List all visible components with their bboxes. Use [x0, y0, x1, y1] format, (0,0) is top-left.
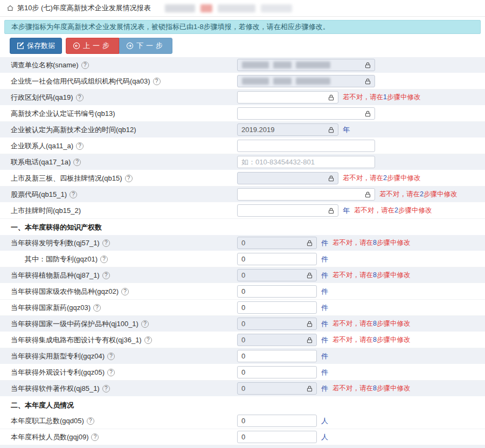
help-icon[interactable]: ? [100, 256, 108, 263]
field-label: 当年获得国家级农作物品种(gqz02) ? [11, 287, 237, 297]
form: 调查单位名称(sname) ? 企业统一社会信用代码或组织机构代码(qa03) … [0, 57, 485, 445]
field-label: 股票代码(qb15_1) ? [11, 190, 237, 199]
save-data-button[interactable]: 保存数据 [10, 38, 62, 54]
unit-label: 年 [343, 125, 350, 135]
field-label: 当年获得软件著作权(qj85_1) ? [11, 384, 237, 394]
section-header: 一、本年度获得的知识产权数 [0, 219, 485, 235]
field-input[interactable] [237, 415, 317, 427]
field-label: 当年获得国家新药(gqz03) ? [11, 303, 237, 313]
redacted-company-info [165, 4, 292, 12]
form-row: 当年获得集成电路布图设计专有权(qj36_1) ? 件 若不对，请在8步骤中修改 [0, 332, 485, 348]
field-input [237, 172, 338, 184]
field-input[interactable] [237, 188, 375, 201]
section-title: 一、本年度获得的知识产权数 [11, 223, 102, 232]
hint-text: 若不对，请在2步骤中修改 [343, 174, 420, 183]
input-wrapper [237, 431, 317, 443]
field-value-area: 件 [237, 285, 328, 298]
field-label-text: 上市挂牌时间(qb15_2) [11, 206, 81, 216]
input-wrapper [237, 334, 317, 346]
field-value-area: 件 [237, 253, 328, 265]
help-icon[interactable]: ? [102, 385, 110, 392]
help-icon[interactable]: ? [107, 353, 115, 360]
input-wrapper [237, 318, 317, 330]
field-input[interactable] [237, 350, 317, 362]
field-label-text: 联系电话(qa17_1a) [11, 157, 71, 167]
help-icon[interactable]: ? [87, 417, 94, 425]
field-input[interactable] [237, 107, 375, 120]
help-icon[interactable]: ? [153, 78, 161, 85]
unit-label: 件 [321, 351, 328, 361]
help-icon[interactable]: ? [81, 61, 89, 69]
field-value-area: 人 [237, 431, 328, 443]
field-input[interactable] [237, 431, 317, 443]
form-row: 上市挂牌时间(qb15_2) 年 若不对，请在2步骤中修改 [0, 203, 485, 219]
field-input[interactable] [237, 253, 317, 265]
field-input [237, 59, 375, 71]
lock-icon [306, 320, 313, 327]
field-label: 当年获得实用新型专利(gqz04) ? [11, 351, 237, 361]
help-icon[interactable]: ? [125, 175, 133, 182]
field-input[interactable] [237, 366, 317, 378]
lock-icon [306, 272, 313, 279]
form-row: 当年获得国家一级中药保护品种(qj100_1) ? 件 若不对，请在8步骤中修改 [0, 316, 485, 332]
field-input[interactable] [237, 285, 317, 298]
help-icon[interactable]: ? [70, 191, 77, 198]
field-label: 企业统一社会信用代码或组织机构代码(qa03) ? [11, 77, 237, 86]
hint-text: 若不对，请在8步骤中修改 [332, 335, 410, 344]
help-icon[interactable]: ? [107, 369, 115, 376]
field-input[interactable] [237, 204, 338, 217]
field-label-text: 高新技术企业认定证书编号(qb13) [11, 109, 115, 119]
next-step-button[interactable]: 下一步 [119, 38, 172, 54]
field-label: 高新技术企业认定证书编号(qb13) [11, 109, 237, 119]
help-icon[interactable]: ? [144, 336, 152, 344]
field-label-text: 企业被认定为高新技术企业的时间(qb12) [11, 125, 136, 135]
prev-step-button[interactable]: 上一步 [66, 38, 119, 54]
hint-text: 若不对，请在8步骤中修改 [332, 271, 410, 280]
form-row: 当年获得发明专利数(qj57_1) ? 件 若不对，请在8步骤中修改 [0, 235, 485, 251]
field-label-text: 当年获得发明专利数(qj57_1) [11, 238, 100, 248]
field-value-area: 件 [237, 350, 328, 362]
field-input [237, 334, 317, 346]
help-icon[interactable]: ? [102, 272, 110, 279]
page: 第10步 (七)年度高新技术企业发展情况报表 本步骤指标为年度高新技术企业发展情… [0, 0, 485, 448]
help-icon[interactable]: ? [91, 433, 99, 441]
prev-button-label: 上一步 [83, 41, 112, 51]
field-input[interactable] [237, 156, 375, 168]
edit-square-icon [17, 42, 24, 50]
lock-icon [364, 61, 371, 68]
unit-label: 件 [321, 303, 328, 313]
step-button-group: 上一步 下一步 [66, 38, 172, 54]
field-label: 企业联系人(qa11_a) ? [11, 141, 237, 151]
unit-label: 件 [321, 368, 328, 377]
form-row: 其中：国防专利(gqz01) ? 件 [0, 251, 485, 267]
help-icon[interactable]: ? [141, 320, 149, 328]
field-value-area: 件 若不对，请在8步骤中修改 [237, 318, 410, 330]
field-value-area [237, 156, 375, 168]
help-icon[interactable]: ? [93, 304, 101, 312]
help-icon[interactable]: ? [102, 239, 110, 247]
field-input [237, 318, 317, 330]
help-icon[interactable]: ? [121, 288, 129, 295]
unit-label: 年 [343, 206, 350, 216]
field-input[interactable] [237, 91, 338, 104]
field-input[interactable] [237, 140, 375, 152]
field-label: 联系电话(qa17_1a) ? [11, 157, 237, 167]
hint-step-number: 8 [373, 239, 377, 246]
field-label: 调查单位名称(sname) ? [11, 60, 237, 70]
help-icon[interactable]: ? [76, 94, 84, 101]
lock-icon [306, 239, 313, 246]
help-icon[interactable]: ? [76, 142, 84, 150]
hint-text: 若不对，请在8步骤中修改 [332, 384, 410, 393]
hint-step-number: 1 [383, 93, 387, 101]
form-row: 上市及新三板、四板挂牌情况(qb15) ? 若不对，请在2步骤中修改 [0, 170, 485, 187]
field-input[interactable] [237, 301, 317, 314]
lock-icon [328, 126, 335, 133]
input-wrapper [237, 156, 375, 168]
unit-label: 件 [321, 335, 328, 345]
arrow-right-circle-icon [126, 42, 134, 50]
field-label-text: 上市及新三板、四板挂牌情况(qb15) [11, 174, 122, 183]
form-row: 企业联系人(qa11_a) ? [0, 138, 485, 154]
unit-label: 件 [321, 287, 328, 297]
field-label: 其中：国防专利(gqz01) ? [11, 254, 237, 264]
help-icon[interactable]: ? [73, 158, 81, 166]
